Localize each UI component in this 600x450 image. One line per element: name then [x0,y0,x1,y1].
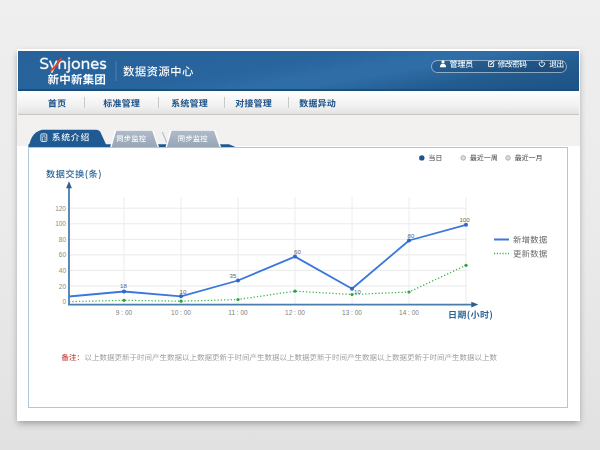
svg-text:13 : 00: 13 : 00 [342,309,362,316]
svg-text:35: 35 [230,272,237,279]
svg-text:60: 60 [59,251,67,258]
svg-text:10 : 00: 10 : 00 [171,309,191,316]
svg-text:80: 80 [59,236,67,243]
svg-text:40: 40 [59,267,67,274]
svg-text:100: 100 [55,220,66,227]
svg-text:14 : 00: 14 : 00 [399,309,419,316]
svg-text:9 : 00: 9 : 00 [116,309,133,316]
svg-text:60: 60 [294,248,301,255]
svg-text:10: 10 [180,288,187,295]
svg-text:20: 20 [59,283,67,290]
svg-text:0: 0 [62,298,66,305]
svg-text:10: 10 [354,288,361,295]
svg-text:11 : 00: 11 : 00 [228,309,248,316]
svg-text:120: 120 [55,205,66,212]
svg-text:80: 80 [408,232,415,239]
svg-text:100: 100 [459,216,470,223]
svg-text:18: 18 [120,282,127,289]
svg-text:12 : 00: 12 : 00 [285,309,305,316]
